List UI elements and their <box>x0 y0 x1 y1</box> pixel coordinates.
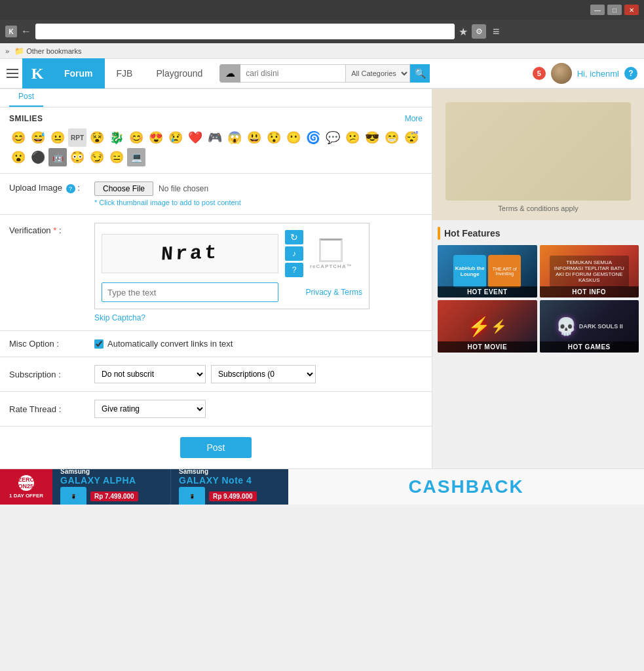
smiley[interactable]: 💬 <box>324 128 342 147</box>
smiley[interactable]: 😃 <box>245 128 263 147</box>
misc-label: Misc Option : <box>9 339 88 349</box>
smiley[interactable]: 💻 <box>127 148 145 166</box>
rate-thread-select[interactable]: Give rating 1 star 2 stars 3 stars 4 sta… <box>94 400 206 418</box>
captcha-refresh-btn[interactable]: ↻ <box>285 230 303 244</box>
captcha-audio-btn[interactable]: ♪ <box>285 246 303 261</box>
auto-convert-label: Automatically convert links in text <box>107 339 233 349</box>
tab-post[interactable]: Post <box>9 89 43 107</box>
browser-icon: K <box>5 26 17 37</box>
smiley[interactable]: 😴 <box>402 128 421 147</box>
smiley[interactable]: 😮 <box>9 148 28 166</box>
choose-file-button[interactable]: Choose File <box>94 182 153 196</box>
smiley[interactable]: 🌀 <box>304 128 322 147</box>
bookmarks-folder[interactable]: 📁 Other bookmarks <box>14 47 81 56</box>
smiley[interactable]: 😱 <box>225 128 244 147</box>
smiley[interactable]: 😊 <box>127 128 145 147</box>
avatar[interactable] <box>551 63 572 84</box>
tab-playground[interactable]: Playground <box>144 58 214 88</box>
help-icon-upload[interactable]: ? <box>66 184 75 193</box>
smiley[interactable]: RPT <box>68 128 86 147</box>
smiley[interactable]: 😁 <box>383 128 401 147</box>
hot-features-accent <box>438 227 440 240</box>
star-icon[interactable]: ★ <box>459 26 468 38</box>
smiley[interactable]: 😎 <box>363 128 381 147</box>
recaptcha-badge: reCAPTCHA™ <box>310 239 352 269</box>
smiley[interactable]: 😍 <box>147 128 165 147</box>
captcha-box: Nrat ↻ ♪ ? reCAPTCHA™ <box>94 223 369 309</box>
hot-event-item[interactable]: KabHub the Lounge THE ART of Investing H… <box>438 245 537 297</box>
smiley[interactable]: 😵 <box>88 128 106 147</box>
extension-icon[interactable]: ⚙ <box>472 24 486 39</box>
subscription-selects: Do not subscrit Subscribe Subscriptions … <box>94 365 316 383</box>
smiley[interactable]: 🐉 <box>107 128 126 147</box>
site-logo[interactable]: K <box>22 58 52 88</box>
auto-convert-checkbox[interactable] <box>94 339 104 349</box>
misc-option-section: Misc Option : Automatically convert link… <box>0 331 432 357</box>
hot-info-item[interactable]: TEMUKAN SEMUA INFORMASI TEPLITAR BATU AK… <box>540 245 639 297</box>
bottom-ad-banner[interactable]: ZEROON25 1 DAY OFFER Samsung GALAXY ALPH… <box>0 469 644 505</box>
cashback-label: CASHBACK <box>408 476 523 497</box>
post-button-row: Post <box>0 427 432 469</box>
skip-captcha-link[interactable]: Skip Captcha? <box>94 313 145 322</box>
smiley[interactable]: ⚫ <box>29 148 47 166</box>
smiley[interactable]: 😯 <box>265 128 283 147</box>
right-sidebar: Terms & conditions apply Hot Features Ka… <box>432 89 644 469</box>
hot-items-grid: KabHub the Lounge THE ART of Investing H… <box>438 245 639 353</box>
smiley[interactable]: 😊 <box>9 128 28 147</box>
nav-tabs: Forum FJB Playground <box>52 58 214 88</box>
menu-icon[interactable]: ≡ <box>493 25 500 39</box>
browser-maximize-btn[interactable]: □ <box>607 5 622 15</box>
smiley[interactable]: 😕 <box>343 128 362 147</box>
hot-movie-label: HOT MOVIE <box>438 341 537 353</box>
hamburger-menu[interactable] <box>3 58 22 88</box>
hamburger-line1 <box>7 69 18 70</box>
search-category-select[interactable]: All Categories <box>345 64 410 83</box>
sidebar-ad-top: Terms & conditions apply <box>432 89 644 220</box>
subscription-select2[interactable]: Subscriptions (0 All subscriptions <box>211 365 316 383</box>
subscription-select1[interactable]: Do not subscrit Subscribe <box>94 365 206 383</box>
browser-close-btn[interactable]: ✕ <box>624 5 639 15</box>
folder-icon: 📁 <box>14 47 24 56</box>
notification-badge[interactable]: 5 <box>533 67 546 80</box>
search-input[interactable] <box>240 64 345 83</box>
privacy-terms-link[interactable]: Privacy & Terms <box>306 288 362 297</box>
smiley[interactable]: 😐 <box>48 128 67 147</box>
tab-forum[interactable]: Forum <box>52 58 105 88</box>
hot-games-item[interactable]: 💀 DARK SOULS II HOT GAMES <box>540 300 639 353</box>
hot-event-label: HOT EVENT <box>438 286 537 297</box>
smiley[interactable]: ❤️ <box>186 128 204 147</box>
smiley[interactable]: 😅 <box>29 128 47 147</box>
smiley[interactable]: 😑 <box>107 148 126 166</box>
smilies-more-link[interactable]: More <box>405 114 423 123</box>
bookmarks-more[interactable]: » <box>5 47 9 55</box>
hamburger-line2 <box>7 73 18 74</box>
browser-toolbar: K ← ★ ⚙ ≡ <box>0 20 644 43</box>
smiley[interactable]: 😳 <box>68 148 86 166</box>
post-button[interactable]: Post <box>180 437 251 458</box>
address-bar[interactable] <box>35 24 455 39</box>
upload-content: Choose File No file chosen * Click thumb… <box>94 182 241 206</box>
tab-fjb[interactable]: FJB <box>105 58 145 88</box>
logo-letter: K <box>31 65 44 83</box>
hot-movie-item[interactable]: ⚡ ⚡ HOT MOVIE <box>438 300 537 353</box>
price1: Rp 7.499.000 <box>94 493 134 500</box>
search-button[interactable]: 🔍 <box>410 64 430 83</box>
smiley[interactable]: 🤖 <box>48 148 67 166</box>
back-btn[interactable]: ← <box>21 26 31 37</box>
smilies-title: SMILIES <box>9 114 43 123</box>
smiley[interactable]: 😏 <box>88 148 106 166</box>
captcha-input[interactable] <box>102 282 278 302</box>
smiley[interactable]: 😶 <box>284 128 303 147</box>
smiley[interactable]: 🎮 <box>206 128 224 147</box>
bookmarks-folder-label: Other bookmarks <box>26 47 81 55</box>
smiley[interactable]: 😢 <box>166 128 185 147</box>
upload-label: Upload Image ? : <box>9 182 88 193</box>
hot-info-label: HOT INFO <box>540 286 639 297</box>
browser-minimize-btn[interactable]: — <box>590 5 605 15</box>
captcha-help-btn[interactable]: ? <box>285 263 303 277</box>
search-area: ☁ All Categories 🔍 <box>219 64 430 83</box>
help-button[interactable]: ? <box>624 67 637 80</box>
browser-controls: — □ ✕ <box>590 5 639 15</box>
auto-convert-checkbox-label[interactable]: Automatically convert links in text <box>94 339 233 349</box>
hot-features-title: Hot Features <box>444 228 501 239</box>
